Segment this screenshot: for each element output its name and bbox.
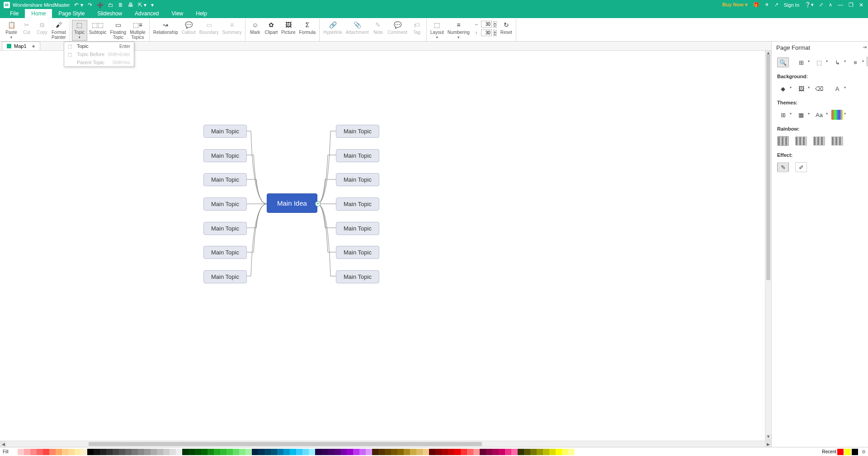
color-swatch[interactable] [125,449,132,455]
recent-color-0[interactable] [837,449,844,455]
bg-fill-button[interactable]: ◆▾ [777,84,789,94]
color-swatch[interactable] [454,449,461,455]
formula-button[interactable]: ΣFormula [297,20,317,36]
scroll-right-icon[interactable]: ▶ [765,441,771,447]
color-swatch[interactable] [113,449,119,455]
tag-button[interactable]: 🏷Tag [409,20,425,36]
color-swatch[interactable] [378,449,385,455]
color-swatch[interactable] [359,449,366,455]
undo-icon[interactable]: ↶ ▾ [74,2,83,8]
color-swatch[interactable] [321,449,328,455]
paste-button[interactable]: 📋Paste▼ [4,20,19,41]
color-swatch[interactable] [530,449,537,455]
numbering-button[interactable]: ≡Numbering▼ [446,20,472,41]
theme-font-button[interactable]: Aa▾ [813,110,825,120]
color-swatch[interactable] [49,449,56,455]
color-swatch[interactable] [372,449,378,455]
vspace-down[interactable]: ▼ [493,33,497,36]
color-swatch[interactable] [549,449,556,455]
bg-remove-button[interactable]: ⌫ [813,84,825,94]
color-swatch[interactable] [258,449,264,455]
bg-watermark-button[interactable]: A▾ [831,84,843,94]
redo-icon[interactable]: ↷ [88,2,92,8]
doc-tab-close-icon[interactable]: ● [32,43,35,49]
color-swatch[interactable] [435,449,442,455]
sign-in-link[interactable]: Sign In [784,2,799,8]
relationship-button[interactable]: ↝Relationship [151,20,180,36]
color-swatch[interactable] [182,449,189,455]
format-painter-button[interactable]: 🖌Format Painter [50,20,68,41]
color-swatch[interactable] [226,449,233,455]
color-swatch[interactable] [18,449,24,455]
color-swatch[interactable] [309,449,315,455]
close-button[interactable]: ✕ [859,2,863,8]
color-swatch[interactable] [410,449,416,455]
tab-file[interactable]: File [4,9,25,18]
compact-icon[interactable]: ⤢ [819,2,823,8]
node-right-1[interactable]: Main Topic [336,149,379,162]
theme-color-button[interactable]: ▾ [831,110,843,120]
color-swatch[interactable] [208,449,214,455]
color-swatch[interactable] [518,449,524,455]
color-swatch[interactable] [416,449,423,455]
picture-button[interactable]: 🖼Picture [279,20,297,36]
color-swatch[interactable] [473,449,480,455]
help-icon[interactable]: ❔▾ [805,2,814,8]
color-swatch[interactable] [30,449,37,455]
print-icon[interactable]: 🖶 [128,2,133,8]
color-swatch[interactable] [176,449,182,455]
color-swatch[interactable] [277,449,283,455]
reset-button[interactable]: ↻Reset [499,20,514,36]
color-swatch[interactable] [81,449,87,455]
tab-slideshow[interactable]: Slideshow [91,9,128,18]
color-swatch[interactable] [302,449,309,455]
send-icon[interactable]: ✈ [765,2,769,8]
tab-view[interactable]: View [165,9,189,18]
color-swatch[interactable] [239,449,245,455]
color-swatch[interactable] [353,449,359,455]
panel-branch-button[interactable]: ↳▾ [831,57,843,67]
color-swatch[interactable] [68,449,75,455]
color-swatch[interactable] [391,449,397,455]
color-swatch[interactable] [264,449,271,455]
dropdown-item-topic[interactable]: ⬚ Topic Enter [64,42,134,50]
color-swatch[interactable] [340,449,347,455]
color-swatch[interactable] [138,449,144,455]
summary-button[interactable]: ≡Summary [221,20,244,36]
color-swatch[interactable] [157,449,163,455]
layout-button[interactable]: ⬚Layout▼ [429,20,446,41]
multiple-topics-button[interactable]: ⬚≡Multiple Topics [128,20,147,41]
hspace-up[interactable]: ▲ [493,21,497,24]
vertical-scrollbar[interactable]: ▲ ▼ [765,51,771,441]
color-swatch[interactable] [252,449,258,455]
doc-tab-map1[interactable]: Map1 ● [2,42,40,50]
color-swatch[interactable] [189,449,195,455]
node-right-2[interactable]: Main Topic [336,173,379,186]
node-left-6[interactable]: Main Topic [203,270,247,283]
pin-icon[interactable]: ∧ [829,2,832,8]
color-swatch[interactable] [366,449,372,455]
color-swatch[interactable] [543,449,549,455]
color-swatch[interactable] [37,449,43,455]
qat-more-icon[interactable]: ▾ [151,2,154,8]
callout-button[interactable]: 💬Callout [180,20,198,36]
buy-now-link[interactable]: Buy Now ▾ [722,2,748,8]
color-swatch[interactable] [524,449,530,455]
color-swatch[interactable] [290,449,296,455]
note-button[interactable]: ✎Note [370,20,386,36]
color-swatch[interactable] [334,449,340,455]
color-swatch[interactable] [220,449,226,455]
topic-button[interactable]: ⬚Topic▼ [72,20,87,41]
panel-layout-button[interactable]: ⊞▾ [795,57,807,67]
color-swatch[interactable] [245,449,252,455]
color-swatch[interactable] [486,449,492,455]
color-swatch[interactable] [448,449,454,455]
attachment-button[interactable]: 📎Attachment [344,20,371,36]
add-node-icon[interactable]: + [315,201,321,207]
color-swatch[interactable] [556,449,562,455]
tab-home[interactable]: Home [25,9,52,18]
theme-map-button[interactable]: ⊞▾ [777,110,789,120]
mark-button[interactable]: ☺Mark [247,20,263,36]
tab-page-style[interactable]: Page Style [52,9,91,18]
color-swatch[interactable] [151,449,157,455]
